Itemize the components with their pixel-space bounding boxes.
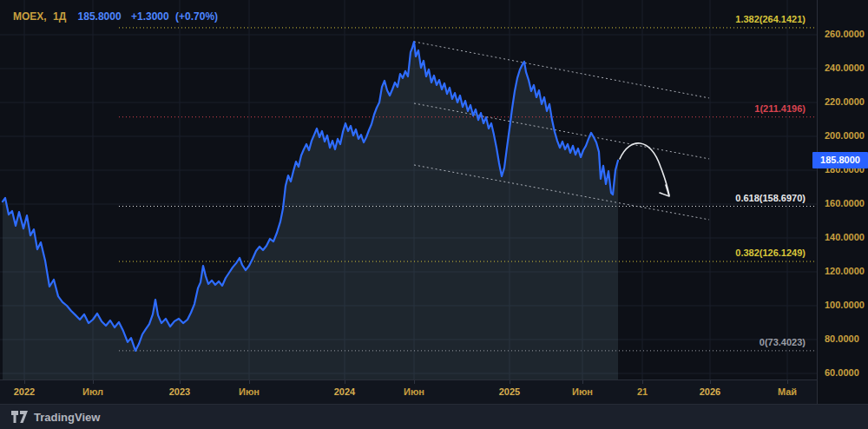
time-axis-tick (510, 380, 510, 384)
time-axis-tick (180, 380, 181, 384)
price-tick-label: 200.0000 (825, 130, 865, 141)
price-tick-label: 120.0000 (825, 266, 865, 276)
price-tick-label: 260.0000 (825, 29, 865, 39)
last-price-tag: 185.8000 (812, 152, 868, 168)
time-axis-tick (24, 380, 25, 384)
time-axis[interactable]: 2022Июл2023Июн2024Июн2025Июн212026Май (0, 380, 868, 404)
time-axis-label: Июл (67, 386, 119, 397)
time-axis-label: 2025 (483, 386, 536, 397)
trend-channel-line[interactable] (414, 42, 709, 98)
price-area-fill (3, 42, 618, 380)
price-tick-label: 80.0000 (825, 333, 859, 344)
time-axis-label: Май (761, 386, 813, 397)
time-axis-tick (642, 380, 643, 384)
price-axis[interactable]: 260.0000240.0000220.0000200.0000180.0000… (817, 0, 868, 404)
time-axis-label: 2023 (154, 386, 206, 397)
time-axis-label: 21 (616, 386, 668, 397)
tradingview-brand[interactable]: TradingView (34, 411, 100, 424)
time-axis-label: 2022 (0, 386, 50, 397)
time-axis-tick (93, 380, 94, 384)
interval-label[interactable]: 1Д (53, 10, 66, 23)
forecast-arrow[interactable] (620, 143, 669, 195)
time-axis-tick (345, 380, 345, 384)
time-axis-label: Июн (556, 386, 608, 397)
time-axis-label: 2026 (684, 386, 736, 397)
time-axis-label: Июн (223, 386, 275, 397)
time-axis-tick (710, 380, 711, 384)
price-tick-label: 220.0000 (825, 96, 865, 107)
tradingview-logo-icon[interactable] (11, 411, 28, 424)
time-axis-tick (787, 380, 788, 384)
last-price-value: 185.8000 (78, 10, 122, 23)
price-tick-label: 100.0000 (825, 300, 865, 310)
time-axis-label: 2024 (319, 386, 371, 397)
footer-bar: TradingView (0, 404, 868, 429)
price-tick-label: 60.0000 (825, 367, 859, 378)
chart-pane[interactable]: 1.382(264.1421)1(211.4196)0.618(158.6970… (0, 0, 817, 380)
time-axis-tick (414, 380, 415, 384)
price-tick-label: 240.0000 (825, 63, 865, 73)
chart-window: MOEX, 1Д 185.8000 +1.3000 (+0.70%) 1.382… (0, 0, 868, 429)
price-tick-label: 160.0000 (825, 198, 865, 208)
price-chart-canvas[interactable] (0, 0, 817, 380)
time-axis-tick (249, 380, 250, 384)
price-tick-label: 140.0000 (825, 232, 865, 242)
symbol-name[interactable]: MOEX, (13, 10, 47, 23)
symbol-legend[interactable]: MOEX, 1Д 185.8000 +1.3000 (+0.70%) (13, 10, 221, 23)
time-axis-label: Июн (388, 386, 440, 397)
price-change-percent: (+0.70%) (175, 10, 218, 23)
price-change-value: +1.3000 (131, 10, 169, 23)
time-axis-tick (582, 380, 583, 384)
